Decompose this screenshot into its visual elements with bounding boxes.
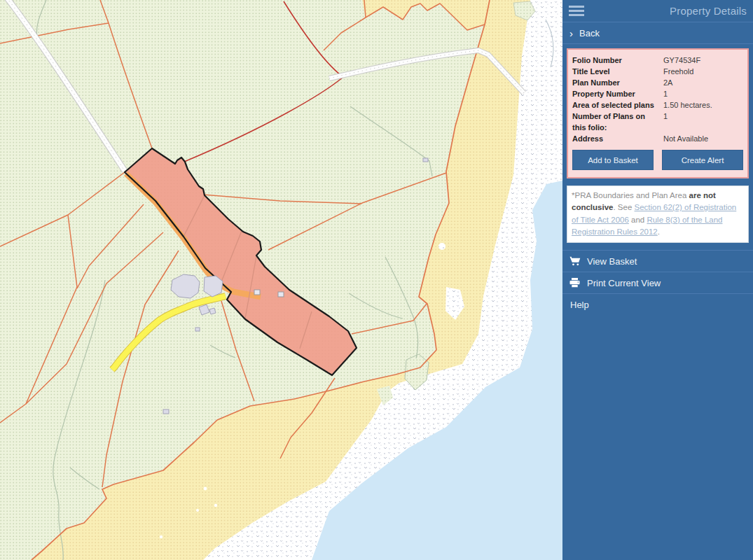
folio-row: Area of selected plans 1.50 hectares. xyxy=(572,99,743,111)
map-viewport[interactable] xyxy=(0,0,562,560)
sidebar-menu: View Basket Print Current View Help xyxy=(562,250,753,315)
menu-item-label: View Basket xyxy=(587,256,637,267)
folio-row-value: Not Available xyxy=(663,133,708,144)
menu-icon[interactable] xyxy=(569,4,584,18)
folio-row: Number of Plans on this folio: 1 xyxy=(572,111,743,133)
page-title: Property Details xyxy=(670,5,747,17)
folio-row-value: 1 xyxy=(663,88,668,99)
boundaries-disclaimer: *PRA Boundaries and Plan Area are not co… xyxy=(567,186,749,243)
map-beach-patch xyxy=(438,243,445,250)
folio-row-value: 1.50 hectares. xyxy=(663,99,712,111)
print-current-view-item[interactable]: Print Current View xyxy=(562,272,753,293)
folio-row-value: GY74534F xyxy=(663,55,700,66)
folio-row-label: Number of Plans on this folio: xyxy=(572,111,663,133)
folio-row: Title Level Freehold xyxy=(572,66,743,77)
back-button[interactable]: › Back xyxy=(562,22,753,44)
folio-row-label: Folio Number xyxy=(572,55,663,66)
menu-item-label: Help xyxy=(570,300,589,310)
map-canvas[interactable] xyxy=(0,0,562,560)
disclaimer-text: *PRA Boundaries and Plan Area xyxy=(572,191,689,200)
folio-row-label: Plan Number xyxy=(572,77,663,88)
menu-item-label: Print Current View xyxy=(587,278,661,288)
sidebar-header: Property Details xyxy=(562,0,753,22)
folio-row-label: Title Level xyxy=(572,66,663,77)
create-alert-button[interactable]: Create Alert xyxy=(662,150,743,170)
chevron-right-icon: › xyxy=(569,28,573,38)
view-basket-item[interactable]: View Basket xyxy=(562,250,753,272)
back-label: Back xyxy=(579,28,600,38)
folio-row-label: Property Number xyxy=(572,88,663,99)
folio-row-value: Freehold xyxy=(663,66,693,77)
folio-row-label: Address xyxy=(572,133,663,144)
help-item[interactable]: Help xyxy=(562,293,753,315)
folio-row: Plan Number 2A xyxy=(572,77,743,88)
printer-icon xyxy=(569,278,582,288)
folio-row: Address Not Available xyxy=(572,133,743,144)
folio-row: Folio Number GY74534F xyxy=(572,55,743,66)
property-details-sidebar: Property Details › Back Folio Number GY7… xyxy=(562,0,753,560)
folio-row: Property Number 1 xyxy=(572,88,743,99)
folio-details-panel: Folio Number GY74534F Title Level Freeho… xyxy=(567,48,749,178)
app-window: Property Details › Back Folio Number GY7… xyxy=(0,0,753,560)
folio-row-label: Area of selected plans xyxy=(572,99,663,111)
cart-icon xyxy=(569,256,582,267)
folio-row-value: 2A xyxy=(663,77,672,88)
folio-row-value: 1 xyxy=(663,111,668,133)
add-to-basket-button[interactable]: Add to Basket xyxy=(572,150,654,170)
